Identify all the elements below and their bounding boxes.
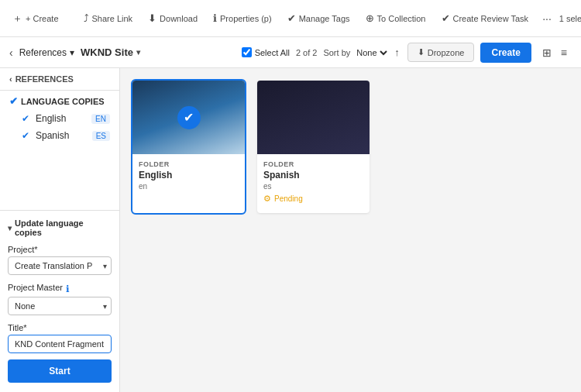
card-spanish[interactable]: FOLDER Spanish es ⚙ Pending [257,81,370,213]
page-count: 2 of 2 [296,48,318,57]
create-review-task-button[interactable]: ✔ Create Review Task [435,8,535,29]
card-english-folder-label: FOLDER [132,157,245,168]
panel-header[interactable]: ‹ REFERENCES [0,68,119,91]
english-check-icon: ✔ [22,113,29,124]
language-item-english[interactable]: ✔ English EN [0,110,119,127]
list-view-button[interactable]: ≡ [556,43,572,62]
top-toolbar: ＋ + Create ⤴ Share Link ⬇ Download ℹ Pro… [0,0,581,37]
language-item-spanish[interactable]: ✔ Spanish ES [0,127,119,144]
lang-copies-header[interactable]: ✔ LANGUAGE COPIES [0,91,119,110]
main-layout: ‹ REFERENCES ✔ LANGUAGE COPIES ✔ English… [0,68,581,392]
references-chevron-icon: ▾ [70,47,74,58]
sort-select[interactable]: None [353,47,390,58]
card-english-title: English [132,168,245,182]
share-icon: ⤴ [84,12,89,24]
task-icon: ✔ [442,12,450,24]
site-chevron-icon: ▾ [136,48,140,57]
select-all-label: Select All [255,48,290,57]
card-grid: ✔ FOLDER English en FOLDER Spanish es [132,81,569,213]
card-english-image: ✔ [132,81,245,154]
title-input[interactable] [8,335,112,353]
sort-label: Sort by [323,48,350,57]
lang-copies-check-icon: ✔ [9,95,18,107]
panel-form: ▾ Update language copies Project* Create… [0,210,119,392]
card-english-check-overlay: ✔ [177,106,201,129]
dropzone-icon: ⬇ [418,47,425,57]
project-master-info-icon[interactable]: ℹ [66,284,70,294]
grid-view-button[interactable]: ⊞ [538,43,556,62]
update-section-label: Update language copies [15,218,112,237]
english-label: English [36,113,66,124]
more-options-button[interactable]: ··· [538,9,556,28]
card-spanish-folder-label: FOLDER [257,157,370,168]
sort-area: Sort by None ↑ [323,45,401,60]
spanish-label: Spanish [36,130,69,141]
project-master-select-wrap: None ▾ [8,297,112,315]
sort-arrow-button[interactable]: ↑ [393,45,401,60]
english-badge: EN [91,114,110,124]
nav-actions: Select All 2 of 2 Sort by None ↑ ⬇ Dropz… [242,43,572,63]
content-area: ✔ FOLDER English en FOLDER Spanish es [120,68,581,392]
create-nav-button[interactable]: Create [480,43,531,63]
to-collection-button[interactable]: ⊕ To Collection [359,8,432,29]
select-all-area[interactable]: Select All [242,47,290,57]
tag-icon: ✔ [287,12,296,24]
select-all-checkbox[interactable] [242,47,252,57]
card-spanish-status: ⚙ Pending [257,192,370,208]
title-label: Title* [8,323,112,332]
spanish-badge: ES [92,131,110,141]
toolbar-right: 1 selected (escape) Creat [559,9,581,29]
left-panel: ‹ REFERENCES ✔ LANGUAGE COPIES ✔ English… [0,68,120,392]
breadcrumb: ‹ References ▾ [9,46,74,59]
view-toggle: ⊞ ≡ [538,43,572,62]
site-selector[interactable]: WKND Site ▾ [81,46,140,58]
panel-back-icon: ‹ [9,74,12,84]
pending-status-icon: ⚙ [263,194,271,204]
project-select-wrap: Create Translation Project(s) ▾ [8,256,112,275]
update-section-chevron-icon: ▾ [8,224,12,232]
dropzone-button[interactable]: ⬇ Dropzone [407,43,475,62]
project-select[interactable]: Create Translation Project(s) [8,256,112,275]
collection-icon: ⊕ [366,12,374,24]
project-master-label: Project Master [8,283,63,292]
start-button[interactable]: Start [8,359,112,383]
manage-tags-button[interactable]: ✔ Manage Tags [281,8,356,29]
card-english[interactable]: ✔ FOLDER English en [132,81,245,213]
project-label: Project* [8,245,112,254]
panel-section-label: REFERENCES [15,74,74,84]
project-master-row: Project Master ℹ [8,283,112,294]
nav-bar: ‹ References ▾ WKND Site ▾ Select All 2 … [0,37,581,68]
back-arrow-icon[interactable]: ‹ [9,46,13,59]
card-spanish-title: Spanish [257,168,370,182]
update-section-toggle[interactable]: ▾ Update language copies [8,218,112,237]
info-icon: ℹ [213,12,217,24]
create-button[interactable]: ＋ + Create [6,7,65,30]
share-link-button[interactable]: ⤴ Share Link [77,8,139,29]
card-english-subtitle: en [132,182,245,192]
card-spanish-image [257,81,370,154]
card-spanish-subtitle: es [257,182,370,192]
download-button[interactable]: ⬇ Download [142,8,204,29]
lang-copies-label: LANGUAGE COPIES [21,97,105,106]
card-spanish-bg [257,81,370,154]
properties-button[interactable]: ℹ Properties (p) [207,8,278,29]
project-master-select[interactable]: None [8,297,112,315]
plus-icon: ＋ [12,12,22,26]
download-icon: ⬇ [148,12,156,24]
site-name: WKND Site [81,46,133,58]
pending-status-label: Pending [274,194,303,203]
card-english-checkmark-icon: ✔ [184,110,194,125]
references-label[interactable]: References [19,47,67,58]
spanish-check-icon: ✔ [22,130,29,141]
selected-badge: 1 selected (escape) [559,14,581,23]
